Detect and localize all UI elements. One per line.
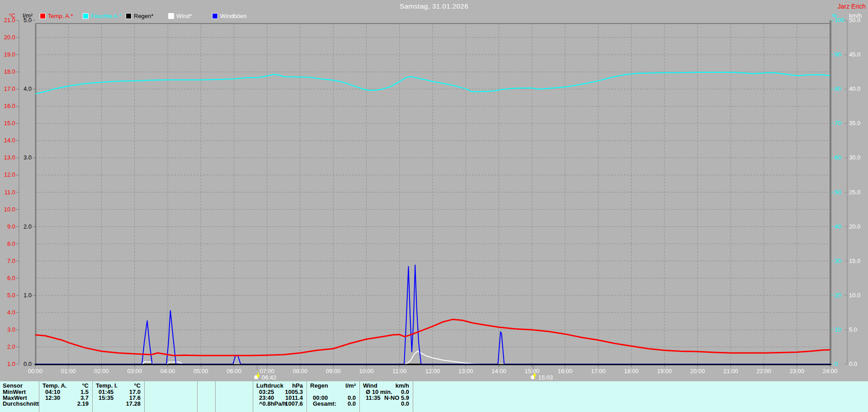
time-label: 03:00 <box>127 368 142 375</box>
right-axis-unit-wind: km/h <box>849 12 862 19</box>
temp-tick-label: 3.0 <box>7 326 15 333</box>
time-label: 04:00 <box>160 368 175 375</box>
sunrise-arrow-stem <box>534 376 535 379</box>
temp-tick-label: 5.0 <box>7 292 15 299</box>
table-separator <box>413 381 413 412</box>
humidity-tick-label: 30 <box>835 258 841 264</box>
humidity-tick-label: 60 <box>835 154 841 161</box>
temp-tick-label: 10.0 <box>4 206 15 213</box>
table-row-label: Durchschnitt <box>3 401 37 407</box>
windscale-tick-label: 10.0 <box>849 292 860 299</box>
time-label: 01:00 <box>61 368 76 375</box>
table-col-unit: hPa <box>256 383 303 389</box>
windscale-tick-label: 45.0 <box>849 51 860 58</box>
table-separator <box>92 381 93 412</box>
windscale-tick-label: 25.0 <box>849 189 860 196</box>
time-label: 13:00 <box>458 368 473 375</box>
humidity-tick-label: 90 <box>835 51 841 58</box>
rain-tick-label: 2.0 <box>24 223 32 230</box>
windscale-tick-label: 30.0 <box>849 154 860 161</box>
windscale-tick-label: 0.0 <box>849 360 857 367</box>
table-separator <box>197 381 198 412</box>
table-cell-value: 0.0 <box>363 401 409 407</box>
time-label: 24:00 <box>823 368 838 375</box>
table-separator <box>307 381 307 412</box>
sunset-arrow-stem <box>258 372 259 375</box>
windscale-tick-label: 40.0 <box>849 85 860 92</box>
table-cell-value: 1007.6 <box>256 401 303 407</box>
legend-label: Feuchte A.* <box>91 13 121 19</box>
windscale-tick-label: 5.0 <box>849 326 857 333</box>
time-label: 06:00 <box>226 368 241 375</box>
temp-tick-label: 1.0 <box>7 360 15 367</box>
temp-tick-label: 9.0 <box>7 223 15 230</box>
rain-tick-label: 3.0 <box>24 154 32 161</box>
table-separator <box>39 381 39 412</box>
time-label: 09:00 <box>326 368 341 375</box>
time-label: 16:00 <box>558 368 573 375</box>
rain-tick-label: 1.0 <box>24 292 32 299</box>
temp-tick-label: 11.0 <box>5 189 15 196</box>
temp-tick-label: 16.0 <box>4 103 15 109</box>
time-label: 15:00 <box>524 368 539 375</box>
sun-marker-time: 06:42 <box>262 374 277 381</box>
legend-item-2: Feuchte A.* <box>83 13 121 19</box>
time-label: 17:00 <box>591 368 606 375</box>
legend-swatch-icon <box>168 13 174 19</box>
table-separator <box>359 381 360 412</box>
time-label: 12:00 <box>425 368 440 375</box>
sun-marker-time: 15:03 <box>538 374 553 381</box>
temp-tick-label: 19.0 <box>4 51 15 58</box>
time-label: 00:00 <box>28 368 43 375</box>
time-label: 11:00 <box>392 368 407 375</box>
rain-tick-label: 4.0 <box>24 85 32 92</box>
time-label: 07:00 <box>259 368 274 375</box>
table-cell-value: 2.19 <box>42 401 89 407</box>
temp-tick-label: 18.0 <box>4 68 15 75</box>
table-cell-value: 17.28 <box>96 401 141 407</box>
legend-label: Regen* <box>134 13 153 19</box>
windscale-tick-label: 15.0 <box>849 258 860 264</box>
table-col-unit: °C <box>42 383 89 389</box>
legend-swatch-icon <box>40 13 46 19</box>
table-col-unit: l/m² <box>310 383 356 389</box>
right-axis-unit-humidity: % <box>832 12 837 19</box>
weather-chart: 1.02.03.04.05.06.07.08.09.010.011.012.01… <box>0 0 868 381</box>
temp-tick-label: 8.0 <box>7 240 15 247</box>
time-label: 18:00 <box>624 368 639 375</box>
legend-swatch-icon <box>126 13 132 19</box>
windscale-tick-label: 20.0 <box>849 223 860 230</box>
legend-item-1: Temp. A.* <box>40 13 73 19</box>
time-label: 21:00 <box>723 368 738 375</box>
rain-tick-label: 0.0 <box>24 360 32 367</box>
temp-tick-label: 20.0 <box>4 34 15 41</box>
temp-tick-label: 15.0 <box>4 120 15 126</box>
temp-tick-label: 17.0 <box>4 85 15 92</box>
humidity-tick-label: 40 <box>835 223 841 230</box>
humidity-tick-label: 70 <box>835 120 841 126</box>
legend-label: Wind* <box>176 13 192 19</box>
left-axis-unit-rain: l/m² <box>16 12 33 19</box>
legend-swatch-icon <box>83 13 89 19</box>
legend-label: Windböen <box>220 13 247 19</box>
legend-item-4: Wind* <box>168 13 192 19</box>
time-label: 20:00 <box>690 368 705 375</box>
time-label: 23:00 <box>789 368 804 375</box>
temp-tick-label: 13.0 <box>4 154 15 161</box>
time-label: 02:00 <box>94 368 109 375</box>
time-label: 14:00 <box>491 368 506 375</box>
table-separator <box>144 381 145 412</box>
table-col-unit: °C <box>96 383 141 389</box>
windscale-tick-label: 35.0 <box>849 120 860 126</box>
table-separator <box>253 381 253 412</box>
table-cell-value: 0.0 <box>310 401 356 407</box>
time-label: 19:00 <box>657 368 672 375</box>
time-label: 10:00 <box>359 368 374 375</box>
temp-tick-label: 7.0 <box>7 258 15 264</box>
time-label: 08:00 <box>293 368 308 375</box>
humidity-tick-label: 10 <box>835 326 841 333</box>
temp-tick-label: 6.0 <box>7 275 15 281</box>
temp-tick-label: 12.0 <box>4 171 15 178</box>
temp-tick-label: 14.0 <box>4 137 15 144</box>
time-label: 22:00 <box>756 368 771 375</box>
